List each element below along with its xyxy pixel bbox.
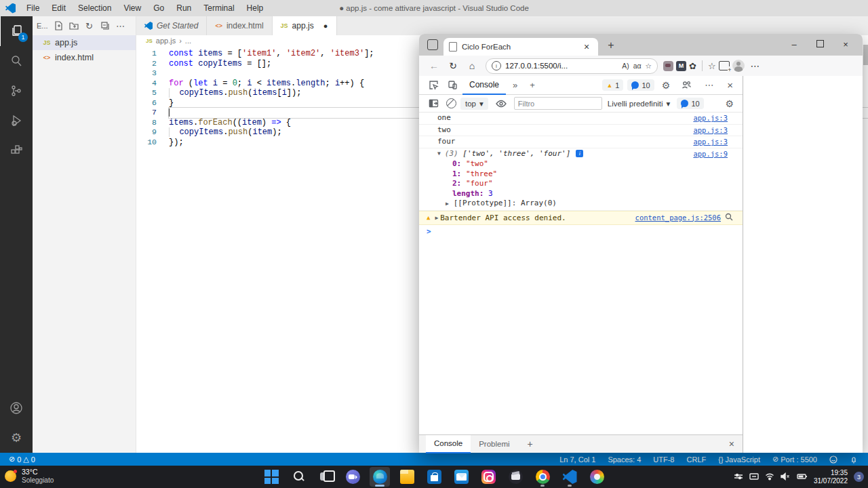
create-live-expression-button[interactable]: [492, 95, 510, 113]
drawer-problems-tab[interactable]: Problemi: [471, 436, 517, 453]
extensions-activity-button[interactable]: [0, 136, 33, 165]
menu-run[interactable]: Run: [171, 1, 197, 16]
reload-button[interactable]: ↻: [445, 60, 461, 71]
instagram-taskbar-button[interactable]: [478, 467, 498, 487]
console-output[interactable]: oneapp.js:3twoapp.js:3fourapp.js:3▼(3) […: [419, 113, 743, 434]
messages-count-badge[interactable]: 10: [677, 98, 703, 109]
drawer-close-button[interactable]: ×: [729, 439, 734, 449]
minimize-button[interactable]: –: [781, 39, 807, 49]
read-aloud-icon[interactable]: A): [622, 62, 629, 70]
live-server-port-status[interactable]: ⊘ Port : 5500: [768, 455, 822, 464]
collapse-folders-button[interactable]: [100, 20, 111, 31]
messages-badge[interactable]: 10: [627, 79, 654, 91]
keyboard-layout-icon[interactable]: [749, 471, 759, 483]
inspect-element-button[interactable]: [425, 77, 442, 94]
tab-close-button[interactable]: ×: [580, 41, 593, 52]
device-toolbar-button[interactable]: [443, 77, 461, 94]
menu-selection[interactable]: Selection: [73, 1, 117, 16]
store-taskbar-button[interactable]: [424, 467, 444, 487]
cursor-position-status[interactable]: Ln 7, Col 1: [555, 455, 600, 464]
menu-help[interactable]: Help: [241, 1, 269, 16]
collections-icon[interactable]: [719, 61, 730, 70]
devtools-settings-icon[interactable]: ⚙: [658, 80, 674, 91]
tray-overflow-icon[interactable]: [734, 471, 743, 483]
add-panel-button[interactable]: +: [524, 80, 540, 90]
javascript-context-dropdown[interactable]: top ▾: [460, 98, 488, 110]
tab-index-html[interactable]: <>index.html: [207, 16, 272, 35]
console-sidebar-toggle[interactable]: [425, 95, 442, 113]
mail-taskbar-button[interactable]: [451, 467, 471, 487]
file-item-app.js[interactable]: JSapp.js: [33, 35, 136, 50]
weather-widget[interactable]: 33°C Soleggiato: [5, 468, 54, 485]
refresh-explorer-button[interactable]: ↻: [84, 20, 95, 31]
explorer-more-actions-button[interactable]: ⋯: [115, 20, 126, 31]
caret-right-icon[interactable]: ▶: [435, 214, 438, 222]
encoding-status[interactable]: UTF-8: [648, 455, 679, 464]
language-status[interactable]: {} JavaScript: [713, 455, 765, 464]
maximize-button[interactable]: [807, 39, 833, 49]
drawer-add-tab-button[interactable]: +: [528, 439, 533, 449]
settings-gear-button[interactable]: ⚙: [0, 423, 33, 453]
menu-file[interactable]: File: [21, 1, 45, 16]
console-source-link[interactable]: app.js:3: [693, 114, 728, 123]
problems-status-item[interactable]: ⊘ 0 △ 0: [5, 455, 39, 464]
devtools-console-tab[interactable]: Console: [462, 75, 506, 95]
menu-edit[interactable]: Edit: [46, 1, 71, 16]
menu-go[interactable]: Go: [148, 1, 170, 16]
account-button[interactable]: [0, 393, 33, 423]
back-button[interactable]: ←: [426, 60, 442, 71]
devtools-menu-icon[interactable]: ⋯: [699, 80, 719, 90]
clipchamp-taskbar-button[interactable]: [505, 467, 526, 487]
chat-taskbar-button[interactable]: [342, 467, 363, 487]
search-taskbar-button[interactable]: [288, 467, 309, 487]
caret-right-icon[interactable]: ▶: [446, 201, 452, 207]
address-bar[interactable]: i 127.0.0.1:5500/i... A) aα ☆: [486, 58, 658, 74]
console-settings-icon[interactable]: ⚙: [722, 98, 737, 109]
favorites-bar-icon[interactable]: ☆: [708, 61, 716, 71]
clock[interactable]: 19:35 31/07/2022: [814, 469, 848, 485]
taskview-taskbar-button[interactable]: [315, 467, 336, 487]
info-icon[interactable]: i: [576, 150, 583, 157]
extension-m-icon[interactable]: M: [676, 61, 686, 71]
vscode-taskbar-button[interactable]: [559, 467, 580, 487]
extensions-menu-icon[interactable]: ✿: [689, 61, 696, 71]
tab-actions-menu-icon[interactable]: [427, 39, 438, 50]
volume-muted-icon[interactable]: [781, 471, 791, 483]
wifi-icon[interactable]: [765, 471, 774, 483]
close-window-button[interactable]: ×: [833, 39, 859, 49]
clear-console-button[interactable]: [446, 98, 456, 108]
browser-tab[interactable]: Ciclo ForEach ×: [443, 38, 598, 56]
chrome-taskbar-button[interactable]: [532, 467, 553, 487]
new-folder-button[interactable]: [68, 20, 79, 31]
feedback-people-icon[interactable]: [677, 77, 695, 94]
console-source-link[interactable]: app.js:9: [693, 150, 728, 159]
explorer-activity-button[interactable]: 1: [0, 16, 33, 46]
editor-scrollbar[interactable]: [863, 45, 868, 65]
menu-terminal[interactable]: Terminal: [198, 1, 239, 16]
source-control-activity-button[interactable]: [0, 76, 33, 106]
devtools-close-button[interactable]: ×: [723, 79, 737, 91]
feedback-button[interactable]: [825, 455, 842, 464]
new-file-button[interactable]: [53, 20, 64, 31]
console-source-link[interactable]: app.js:3: [693, 138, 728, 146]
notification-count-badge[interactable]: 3: [854, 472, 864, 482]
console-source-link[interactable]: app.js:3: [693, 126, 728, 135]
menu-view[interactable]: View: [118, 1, 146, 16]
file-item-index.html[interactable]: <>index.html: [33, 50, 136, 65]
extension-icon[interactable]: [663, 61, 673, 71]
home-button[interactable]: ⌂: [464, 60, 480, 71]
battery-icon[interactable]: [797, 471, 808, 483]
modified-dot-icon[interactable]: ●: [323, 22, 328, 30]
explorer-taskbar-button[interactable]: [397, 467, 417, 487]
search-activity-button[interactable]: [0, 46, 33, 76]
caret-down-icon[interactable]: ▼: [437, 150, 441, 159]
start-taskbar-button[interactable]: [261, 467, 281, 487]
favorite-star-icon[interactable]: ☆: [646, 62, 652, 70]
eol-status[interactable]: CRLF: [682, 455, 711, 464]
magnifier-icon[interactable]: [725, 213, 733, 223]
more-tabs-icon[interactable]: »: [507, 80, 523, 90]
log-levels-dropdown[interactable]: Livelli predefiniti ▾: [606, 99, 672, 108]
tab-app-js[interactable]: JSapp.js●: [273, 16, 337, 35]
edge-taskbar-button[interactable]: [370, 467, 390, 487]
translate-icon[interactable]: aα: [633, 62, 642, 70]
